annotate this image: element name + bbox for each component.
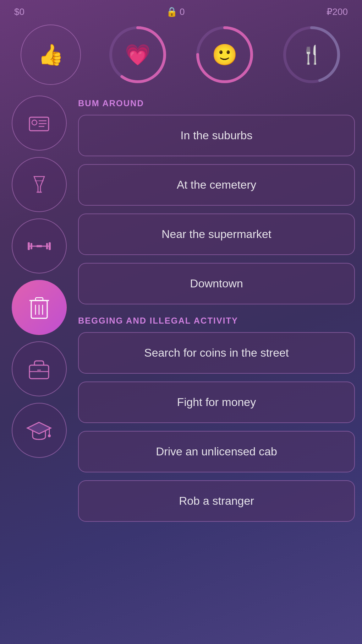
side-icons xyxy=(7,96,71,522)
currency-status: ₽200 xyxy=(327,6,348,17)
side-icon-id-card[interactable] xyxy=(12,96,67,151)
svg-point-31 xyxy=(48,434,51,437)
items-status: 🔒 0 xyxy=(166,6,185,17)
action-near-supermarket[interactable]: Near the supermarket xyxy=(78,213,355,255)
side-icon-drink[interactable] xyxy=(12,157,67,212)
svg-rect-16 xyxy=(28,242,30,250)
action-fight-money[interactable]: Fight for money xyxy=(78,381,355,423)
action-drive-cab[interactable]: Drive an unlicensed cab xyxy=(78,431,355,472)
stat-food[interactable]: 🍴 xyxy=(281,25,342,85)
food-icon: 🍴 xyxy=(301,44,323,65)
bum-around-label: BUM AROUND xyxy=(78,98,355,108)
stat-thumbs-up[interactable]: 👍 xyxy=(21,25,81,85)
stats-row: 👍 💗 🙂 🍴 xyxy=(0,21,362,96)
svg-rect-19 xyxy=(46,243,48,249)
svg-rect-17 xyxy=(31,243,32,249)
currency-value: ₽200 xyxy=(327,6,348,17)
stat-smiley[interactable]: 🙂 xyxy=(194,25,255,85)
svg-marker-11 xyxy=(34,177,44,192)
action-rob-stranger[interactable]: Rob a stranger xyxy=(78,480,355,522)
stat-heart[interactable]: 💗 xyxy=(108,25,168,85)
side-icon-briefcase[interactable] xyxy=(12,341,67,396)
side-icon-barbell[interactable] xyxy=(12,218,67,274)
svg-marker-29 xyxy=(27,422,51,434)
begging-label: BEGGING AND ILLEGAL ACTIVITY xyxy=(78,316,355,326)
side-icon-graduation[interactable] xyxy=(12,403,67,458)
svg-rect-22 xyxy=(35,298,43,301)
status-bar: $0 🔒 0 ₽200 xyxy=(0,0,362,21)
lock-icon: 🔒 xyxy=(166,6,177,17)
action-at-cemetery[interactable]: At the cemetery xyxy=(78,164,355,206)
action-in-suburbs[interactable]: In the suburbs xyxy=(78,115,355,156)
money-value: $0 xyxy=(14,6,24,17)
side-icon-trash[interactable] xyxy=(12,280,67,335)
items-value: 0 xyxy=(180,6,185,17)
thumbs-up-icon: 👍 xyxy=(38,43,64,67)
svg-point-7 xyxy=(32,120,37,125)
smiley-icon: 🙂 xyxy=(212,43,237,67)
main-layout: BUM AROUND In the suburbs At the cemeter… xyxy=(0,96,362,522)
action-downtown[interactable]: Downtown xyxy=(78,263,355,304)
content-col: BUM AROUND In the suburbs At the cemeter… xyxy=(78,96,355,522)
money-status: $0 xyxy=(14,6,24,17)
heart-icon: 💗 xyxy=(125,43,150,67)
action-search-coins[interactable]: Search for coins in the street xyxy=(78,332,355,374)
svg-rect-18 xyxy=(49,242,51,250)
